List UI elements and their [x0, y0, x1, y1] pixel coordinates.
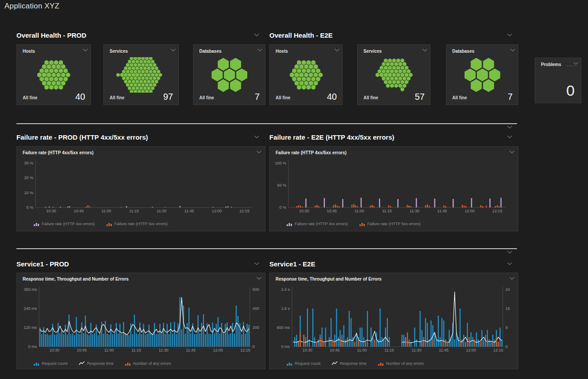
chart-title: Response time, Throughput and Number of …: [23, 277, 129, 281]
chevron-down-icon[interactable]: [257, 48, 263, 52]
tile-status-text: All fine: [363, 95, 378, 100]
svg-text:100 %: 100 %: [275, 161, 286, 165]
chart-plot-area[interactable]: 0 %10 %20 %30 %10:3010:4511:0011:1511:30…: [17, 158, 265, 217]
legend-item[interactable]: Number of any errors: [378, 361, 424, 366]
chevron-down-icon[interactable]: [510, 48, 516, 52]
svg-text:11:30: 11:30: [410, 209, 419, 213]
svg-text:11:15: 11:15: [382, 209, 392, 213]
health-tile-services-e2e[interactable]: ServicesAll fine57: [357, 44, 430, 105]
chevron-down-icon[interactable]: [422, 48, 428, 52]
legend-label: Request count: [42, 361, 67, 366]
svg-text:600: 600: [253, 287, 259, 292]
dashboard-title: Application XYZ: [4, 2, 59, 11]
chart-plot-area[interactable]: 0 ms800 ms1.6 s2.4 s08162410:3010:4511:0…: [270, 285, 518, 356]
chart-plot-area[interactable]: 0 %50 %100 %10:3010:4511:0011:1511:3011:…: [270, 158, 518, 217]
legend-item[interactable]: Response time: [332, 361, 367, 366]
chevron-down-icon[interactable]: [509, 150, 515, 154]
svg-text:11:30: 11:30: [157, 209, 166, 213]
legend-item[interactable]: Response time: [79, 361, 114, 366]
legend-item[interactable]: Request count: [34, 361, 67, 366]
bar-series-icon: [287, 361, 292, 366]
failure-rate-prod-card[interactable]: Failure rate (HTTP 4xx/5xx errors)0 %10 …: [16, 146, 265, 231]
svg-text:11:30: 11:30: [159, 348, 169, 352]
problems-count: 0: [566, 82, 575, 99]
svg-text:0 ms: 0 ms: [281, 344, 290, 349]
section-header-service1-e2e: Service1 - E2E: [269, 260, 315, 268]
service1-e2e-card[interactable]: Response time, Throughput and Number of …: [269, 273, 518, 369]
legend-label: Request count: [295, 361, 320, 366]
svg-text:11:15: 11:15: [129, 209, 139, 213]
health-tile-databases-prod[interactable]: DatabasesAll fine7: [193, 44, 265, 105]
problems-tile[interactable]: Problems 0: [535, 58, 581, 103]
honeycomb-health-visual: [198, 57, 260, 93]
chevron-down-icon[interactable]: [256, 150, 262, 154]
problems-label: Problems: [541, 62, 561, 67]
chevron-down-icon[interactable]: [254, 33, 260, 37]
tile-label: Hosts: [276, 49, 288, 54]
svg-text:12:15: 12:15: [493, 348, 503, 352]
tile-status-text: All fine: [199, 95, 214, 100]
chevron-down-icon[interactable]: [254, 262, 260, 266]
chevron-down-icon[interactable]: [507, 135, 513, 139]
chevron-down-icon[interactable]: [170, 48, 176, 52]
section-header-overall-health-e2e: Overall Health - E2E: [269, 31, 333, 39]
svg-text:0 %: 0 %: [279, 205, 286, 210]
svg-text:10:45: 10:45: [327, 209, 337, 213]
health-tile-hosts-prod[interactable]: HostsAll fine40: [16, 44, 91, 105]
chevron-down-icon[interactable]: [83, 48, 88, 52]
svg-text:400: 400: [253, 306, 259, 311]
chevron-down-icon[interactable]: [254, 135, 260, 139]
legend-item[interactable]: Failure rate (HTTP 5xx errors): [359, 221, 421, 226]
svg-text:10:30: 10:30: [303, 348, 313, 352]
health-tile-services-prod[interactable]: ServicesAll fine97: [103, 44, 179, 105]
svg-text:11:45: 11:45: [437, 209, 447, 213]
bar-series-icon: [359, 221, 365, 226]
chevron-down-icon[interactable]: [507, 33, 513, 37]
svg-text:11:45: 11:45: [184, 209, 194, 213]
svg-text:800 ms: 800 ms: [276, 325, 290, 330]
svg-text:360 ms: 360 ms: [24, 287, 37, 292]
legend-item[interactable]: Failure rate (HTTP 4xx errors): [287, 221, 348, 226]
svg-text:12:15: 12:15: [240, 348, 250, 352]
honeycomb: [110, 57, 172, 94]
chevron-down-icon[interactable]: [334, 48, 340, 52]
tile-count: 97: [163, 92, 173, 102]
legend-item[interactable]: Request count: [287, 361, 320, 366]
service1-prod-card[interactable]: Response time, Throughput and Number of …: [16, 273, 265, 369]
health-tile-databases-e2e[interactable]: DatabasesAll fine7: [446, 44, 518, 105]
svg-text:12:00: 12:00: [466, 348, 476, 352]
problems-sparkline-placeholder: [565, 66, 577, 66]
honeycomb: [451, 57, 513, 94]
chevron-down-icon[interactable]: [573, 62, 579, 65]
health-tile-hosts-e2e[interactable]: HostsAll fine40: [269, 44, 343, 105]
section-header-service1-prod: Service1 - PROD: [16, 260, 69, 268]
failure-rate-e2e-card[interactable]: Failure rate (HTTP 4xx/5xx errors)0 %50 …: [269, 146, 518, 231]
legend-item[interactable]: Failure rate (HTTP 4xx errors): [34, 221, 95, 226]
svg-text:1.6 s: 1.6 s: [281, 306, 290, 311]
svg-text:11:00: 11:00: [357, 348, 367, 352]
svg-text:120 ms: 120 ms: [24, 325, 37, 330]
honeycomb: [198, 57, 260, 94]
legend-item[interactable]: Failure rate (HTTP 5xx errors): [107, 221, 168, 226]
chevron-down-icon[interactable]: [507, 250, 513, 254]
chevron-down-icon[interactable]: [507, 262, 513, 266]
svg-text:11:00: 11:00: [355, 209, 364, 213]
chart-legend: Request countResponse timeNumber of any …: [34, 361, 171, 366]
chart-legend: Failure rate (HTTP 4xx errors)Failure ra…: [287, 221, 421, 226]
chart-title: Response time, Throughput and Number of …: [276, 277, 382, 281]
honeycomb-health-visual: [23, 57, 85, 93]
tile-label: Databases: [452, 49, 474, 54]
svg-text:11:00: 11:00: [102, 209, 111, 213]
chart-plot-area[interactable]: 0 ms120 ms240 ms360 ms020040060010:3010:…: [17, 285, 265, 356]
chevron-down-icon[interactable]: [507, 125, 513, 129]
honeycomb-health-visual: [275, 57, 337, 93]
svg-text:20 %: 20 %: [24, 176, 33, 180]
svg-text:12:15: 12:15: [492, 209, 502, 213]
svg-text:2.4 s: 2.4 s: [281, 287, 290, 292]
chevron-down-icon[interactable]: [256, 277, 262, 280]
svg-text:24: 24: [505, 287, 510, 292]
legend-item[interactable]: Number of any errors: [125, 361, 171, 366]
chevron-down-icon[interactable]: [509, 277, 515, 280]
section-header-failure-e2e: Failure rate - E2E (HTTP 4xx/5xx errors): [269, 133, 395, 141]
line-series-icon: [332, 361, 338, 366]
